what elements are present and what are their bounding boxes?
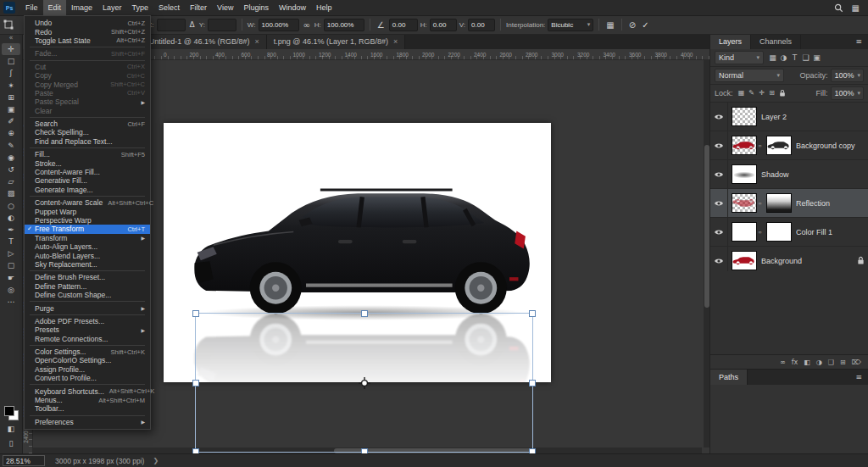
transform-handle[interactable]	[529, 380, 536, 386]
commit-transform-button[interactable]: ✓	[640, 20, 650, 30]
menu-item-define-pattern[interactable]: Define Pattern...	[25, 282, 150, 291]
eyedropper-tool[interactable]: ✐	[2, 115, 20, 127]
menu-item-menus[interactable]: Menus...Alt+Shift+Ctrl+M	[25, 396, 150, 404]
menu-item-adobe-pdf-presets[interactable]: Adobe PDF Presets...	[25, 317, 150, 325]
document-tab-3[interactable]: t.png @ 46.1% (Layer 1, RGB/8#)×	[267, 34, 405, 49]
layer-visibility-toggle[interactable]	[710, 218, 728, 246]
tab-paths[interactable]: Paths	[710, 370, 748, 385]
layer-row-background-copy[interactable]: ∞Background copy	[710, 131, 868, 160]
blur-tool[interactable]: ○	[2, 199, 20, 211]
layer-row-reflection[interactable]: ∞Reflection	[710, 189, 868, 218]
menu-item-sky-replacement[interactable]: Sky Replacement...	[25, 260, 150, 269]
menu-item-stroke[interactable]: Stroke...	[25, 158, 150, 167]
pen-tool[interactable]: ✒	[2, 224, 20, 236]
workspace-switcher-icon[interactable]: ▦	[852, 3, 860, 13]
layer-visibility-toggle[interactable]	[710, 189, 728, 217]
menubar-item-help[interactable]: Help	[311, 0, 337, 15]
adjustment-layer-icon[interactable]: ◑	[816, 359, 822, 366]
menu-item-preferences[interactable]: Preferences▶	[25, 418, 150, 426]
layer-effects-icon[interactable]: fx	[792, 359, 798, 366]
filter-kind-select[interactable]: Kind▾	[715, 51, 764, 64]
layer-row-shadow[interactable]: Shadow	[710, 160, 868, 189]
healing-brush-tool[interactable]: ⊕	[2, 127, 20, 139]
menu-item-perspective-warp[interactable]: Perspective Warp	[25, 216, 150, 225]
new-layer-icon[interactable]: ⊞	[840, 359, 846, 366]
menu-item-redo[interactable]: RedoShift+Ctrl+Z	[25, 27, 150, 36]
menu-item-define-custom-shape[interactable]: Define Custom Shape...	[25, 291, 150, 299]
eraser-tool[interactable]: ▱	[2, 175, 20, 187]
collapse-tools-icon[interactable]: «	[9, 34, 14, 43]
link-layers-icon[interactable]: ∞	[780, 359, 786, 366]
lock-transparent-pixels-icon[interactable]: ▦	[737, 89, 747, 97]
menu-item-assign-profile[interactable]: Assign Profile...	[25, 365, 150, 374]
menubar-item-select[interactable]: Select	[153, 0, 185, 15]
pixel-layer-filter-icon[interactable]: ▦	[767, 53, 778, 62]
fill-field[interactable]: 100%▾	[831, 86, 864, 100]
menu-item-auto-align-layers[interactable]: Auto-Align Layers...	[25, 242, 150, 251]
screen-mode-icon[interactable]: ▯	[2, 437, 20, 449]
edit-toolbar-icon[interactable]: ⋯	[2, 296, 20, 308]
zoom-tool[interactable]: ◎	[2, 284, 20, 296]
menubar-item-plugins[interactable]: Plugins	[238, 0, 274, 15]
marquee-tool[interactable]: □	[2, 55, 20, 67]
transform-bounding-box[interactable]	[195, 313, 533, 453]
menubar-item-type[interactable]: Type	[127, 0, 154, 15]
menubar-item-image[interactable]: Image	[66, 0, 97, 15]
lock-image-pixels-icon[interactable]: ✎	[747, 89, 757, 97]
menu-item-puppet-warp[interactable]: Puppet Warp	[25, 207, 150, 215]
menu-item-fill[interactable]: Fill...Shift+F5	[25, 150, 150, 158]
menu-item-generate-image[interactable]: Generate Image...	[25, 186, 150, 194]
add-layer-mask-icon[interactable]: ◧	[804, 359, 810, 366]
blend-mode-select[interactable]: Normal▾	[715, 69, 784, 82]
delete-layer-icon[interactable]: ⌦	[852, 359, 861, 366]
menubar-item-view[interactable]: View	[212, 0, 238, 15]
menu-item-free-transform[interactable]: ✓Free TransformCtrl+T	[25, 225, 150, 233]
lock-artboard-icon[interactable]: ⊞	[767, 89, 777, 97]
rotation-field[interactable]: 0.00	[389, 19, 418, 31]
layer-visibility-toggle[interactable]	[710, 103, 728, 131]
adjustment-layer-filter-icon[interactable]: ◑	[778, 53, 789, 62]
quick-mask-icon[interactable]: ◧	[2, 423, 20, 435]
menubar-item-file[interactable]: File	[20, 0, 43, 15]
menu-item-search[interactable]: SearchCtrl+F	[25, 120, 150, 128]
foreground-color-swatch[interactable]	[4, 406, 14, 416]
cancel-transform-button[interactable]: ⊘	[627, 20, 637, 30]
h-skew-field[interactable]: 0.00	[430, 19, 457, 31]
menu-item-content-aware-fill[interactable]: Content-Aware Fill...	[25, 168, 150, 176]
tab-layers[interactable]: Layers	[710, 34, 751, 49]
height-scale-field[interactable]: 100.00%	[324, 19, 364, 31]
transform-reference-point[interactable]	[359, 377, 370, 389]
frame-tool[interactable]: ▣	[2, 103, 20, 115]
quick-selection-tool[interactable]: ✶	[2, 80, 20, 92]
dodge-tool[interactable]: ◐	[2, 212, 20, 224]
transform-handle[interactable]	[192, 380, 199, 386]
tab-channels[interactable]: Channels	[751, 34, 801, 49]
path-selection-tool[interactable]: ▷	[2, 247, 20, 259]
close-tab-icon[interactable]: ×	[393, 37, 398, 46]
menu-item-color-settings[interactable]: Color Settings...Shift+Ctrl+K	[25, 347, 150, 356]
transform-handle[interactable]	[529, 310, 536, 317]
new-group-icon[interactable]: ❑	[828, 359, 834, 366]
menu-item-toggle-last-state[interactable]: Toggle Last StateAlt+Ctrl+Z	[25, 36, 150, 45]
menu-item-toolbar[interactable]: Toolbar...	[25, 404, 150, 413]
menubar-item-layer[interactable]: Layer	[97, 0, 127, 15]
layer-row-color-fill-1[interactable]: ∞Color Fill 1	[710, 218, 868, 247]
menu-item-convert-to-profile[interactable]: Convert to Profile...	[25, 374, 150, 382]
close-tab-icon[interactable]: ×	[255, 37, 259, 46]
transform-handle[interactable]	[361, 310, 368, 317]
menu-item-auto-blend-layers[interactable]: Auto-Blend Layers...	[25, 251, 150, 259]
menu-item-content-aware-scale[interactable]: Content-Aware ScaleAlt+Shift+Ctrl+C	[25, 198, 150, 207]
menubar-item-filter[interactable]: Filter	[185, 0, 212, 15]
document-tab-2[interactable]: Untitled-1 @ 46.1% (RGB/8#)×	[142, 34, 267, 49]
gradient-tool[interactable]: ▨	[2, 187, 20, 199]
crop-tool[interactable]: ⊞	[2, 92, 20, 103]
lasso-tool[interactable]: ʃ	[2, 67, 20, 79]
type-tool[interactable]: T	[2, 236, 20, 247]
shape-layer-filter-icon[interactable]: ❑	[800, 53, 811, 62]
hand-tool[interactable]: ☛	[2, 272, 20, 284]
warp-mode-toggle[interactable]: ▦	[604, 20, 615, 30]
menu-item-generative-fill[interactable]: Generative Fill...	[25, 176, 150, 185]
width-scale-field[interactable]: 100.00%	[259, 19, 299, 31]
brush-tool[interactable]: ✎	[2, 140, 20, 152]
menu-item-purge[interactable]: Purge▶	[25, 303, 150, 312]
